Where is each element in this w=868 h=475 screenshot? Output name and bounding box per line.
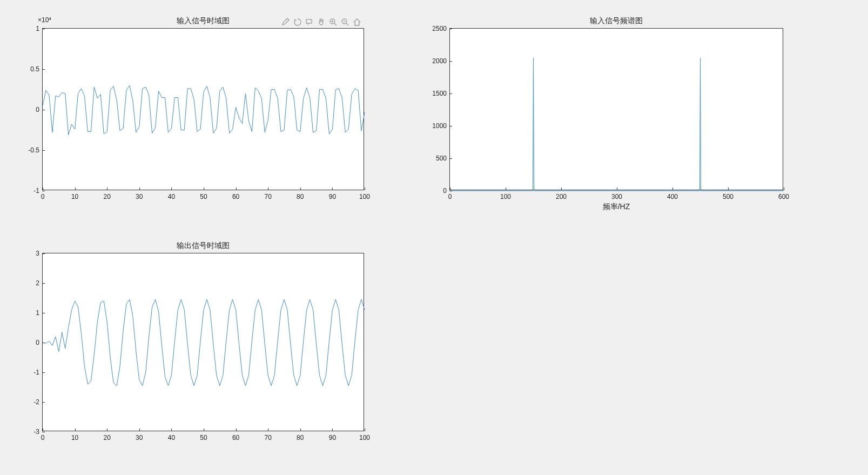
x-tick-label: 100 [359,190,370,200]
home-icon[interactable] [352,17,362,27]
axes-output-time[interactable]: -3-2-101230102030405060708090100 [42,253,364,431]
x-tick-label: 60 [232,190,239,200]
x-tick-label: 0 [448,190,452,200]
chart-title: 输出信号时域图 [42,241,364,251]
x-tick-label: 30 [136,431,143,441]
axes-toolbar [281,17,362,27]
x-tick-label: 200 [556,190,567,200]
x-tick-label: 100 [500,190,511,200]
brush-icon[interactable] [281,17,291,27]
y-tick-label: 0.5 [30,65,43,73]
y-tick-label: 2500 [432,25,450,32]
x-tick-label: 80 [297,190,304,200]
x-tick-label: 10 [71,431,78,441]
y-tick-label: -0.5 [28,146,43,154]
x-tick-label: 70 [265,190,272,200]
x-tick-label: 500 [723,190,734,200]
subplot-input-time: 输入信号时域图 ×10⁴ -1-0.500.510102030405060708… [42,28,364,190]
rotate-icon[interactable] [293,17,302,27]
chart-title: 输入信号频谱图 [449,16,783,26]
subplot-spectrum: 输入信号频谱图 频率/HZ 05001000150020002500010020… [449,28,783,190]
y-tick-label: -2 [33,398,43,406]
subplot-output-time: 输出信号时域图 -3-2-101230102030405060708090100 [42,253,364,431]
line-series-input-time [43,29,364,190]
x-tick-label: 0 [41,190,45,200]
y-tick-label: 500 [436,155,450,162]
x-tick-label: 90 [329,190,336,200]
y-tick-label: 1500 [432,90,450,97]
x-axis-label: 频率/HZ [449,202,783,212]
line-series-output-time [43,253,364,431]
x-tick-label: 90 [329,431,336,441]
figure-window: 输入信号时域图 ×10⁴ -1-0.500.510102030405060708… [0,0,868,475]
x-tick-label: 50 [200,190,207,200]
zoom-in-icon[interactable] [328,17,338,27]
x-tick-label: 80 [297,431,304,441]
x-tick-label: 400 [667,190,678,200]
pan-icon[interactable] [317,17,326,27]
x-tick-label: 70 [265,431,272,441]
zoom-out-icon[interactable] [340,17,350,27]
y-tick-label: 1000 [432,122,450,130]
x-tick-label: 40 [168,431,175,441]
axes-input-time[interactable]: -1-0.500.510102030405060708090100 [42,28,364,190]
svg-rect-0 [306,19,312,23]
y-tick-label: 2000 [432,57,450,65]
y-axis-exponent: ×10⁴ [38,16,51,24]
x-tick-label: 40 [168,190,175,200]
x-tick-label: 60 [232,431,239,441]
x-tick-label: 20 [104,431,111,441]
x-tick-label: 30 [136,190,143,200]
x-tick-label: 300 [611,190,622,200]
x-tick-label: 10 [71,190,78,200]
x-tick-label: 600 [778,190,789,200]
x-tick-label: 50 [200,431,207,441]
line-series-spectrum [450,29,783,190]
x-tick-label: 20 [104,190,111,200]
axes-spectrum[interactable]: 050010001500200025000100200300400500600 [449,28,783,190]
x-tick-label: 0 [41,431,45,441]
datatip-icon[interactable] [305,17,314,27]
x-tick-label: 100 [359,431,370,441]
y-tick-label: -1 [33,369,43,376]
